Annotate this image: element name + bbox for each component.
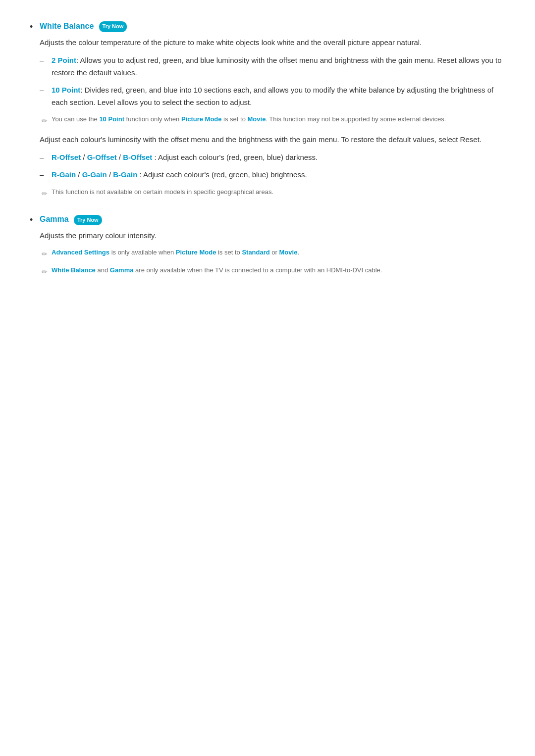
offset-separator-2: / (119, 153, 123, 161)
gamma-section: Gamma Try Now Adjusts the primary colour… (30, 213, 505, 277)
white-balance-note-1: ✏ You can use the 10 Point function only… (40, 114, 505, 126)
movie-link-2: Movie (279, 249, 298, 256)
note-10point: 10 Point (99, 115, 124, 123)
2point-term: 2 Point (52, 56, 76, 64)
white-balance-extra-desc: Adjust each colour's luminosity with the… (40, 134, 505, 146)
gain-separator-1: / (78, 170, 82, 179)
note-text-3: Advanced Settings is only available when… (52, 248, 299, 257)
note-text-2: This function is not available on certai… (52, 187, 273, 197)
picture-mode-link-2: Picture Mode (176, 249, 216, 256)
note-text-4: White Balance and Gamma are only availab… (52, 265, 382, 275)
2point-colon: : Allows you to adjust red, green, and b… (52, 56, 502, 77)
offset-desc: : Adjust each colour's (red, green, blue… (155, 153, 318, 161)
r-offset-term: R-Offset (52, 153, 81, 161)
main-list: White Balance Try Now Adjusts the colour… (30, 20, 505, 278)
b-offset-term: B-Offset (123, 153, 152, 161)
sub-item-gain: R-Gain / G-Gain / B-Gain : Adjust each c… (40, 169, 505, 181)
gamma-link: Gamma (110, 266, 134, 274)
b-gain-term: B-Gain (113, 170, 137, 179)
sub-item-10point: 10 Point: Divides red, green, and blue i… (40, 84, 505, 109)
note-icon-3: ✏ (42, 249, 48, 259)
10point-term: 10 Point (52, 86, 80, 94)
10point-colon: : Divides red, green, and blue into 10 s… (52, 86, 493, 106)
white-balance-note-2: ✏ This function is not available on cert… (40, 187, 505, 199)
gamma-note-2: ✏ White Balance and Gamma are only avail… (40, 265, 505, 277)
note-movie-1: Movie (248, 115, 266, 123)
advanced-settings-link: Advanced Settings (52, 249, 109, 256)
note-icon-2: ✏ (42, 188, 48, 199)
gain-separator-2: / (109, 170, 113, 179)
note-icon-4: ✏ (42, 266, 48, 277)
gamma-title: Gamma (40, 215, 69, 223)
gain-desc: : Adjust each colour's (red, green, blue… (140, 170, 307, 179)
gamma-try-now-badge[interactable]: Try Now (74, 215, 102, 226)
note-text-1: You can use the 10 Point function only w… (52, 114, 446, 124)
gamma-description: Adjusts the primary colour intensity. (40, 230, 505, 242)
gamma-note-1: ✏ Advanced Settings is only available wh… (40, 248, 505, 259)
standard-link: Standard (242, 249, 269, 256)
white-balance-extra-sub-list: R-Offset / G-Offset / B-Offset : Adjust … (40, 151, 505, 181)
white-balance-try-now-badge[interactable]: Try Now (99, 21, 127, 32)
note-icon-1: ✏ (42, 115, 48, 126)
white-balance-link: White Balance (52, 266, 96, 274)
g-gain-term: G-Gain (82, 170, 107, 179)
note-picture-mode-1: Picture Mode (181, 115, 222, 123)
g-offset-term: G-Offset (87, 153, 117, 161)
sub-item-offset: R-Offset / G-Offset / B-Offset : Adjust … (40, 151, 505, 164)
offset-separator-1: / (83, 153, 87, 161)
white-balance-title: White Balance (40, 22, 94, 30)
sub-item-2point: 2 Point: Allows you to adjust red, green… (40, 54, 505, 79)
white-balance-description: Adjusts the colour temperature of the pi… (40, 37, 505, 49)
white-balance-section: White Balance Try Now Adjusts the colour… (30, 20, 505, 199)
white-balance-sub-list: 2 Point: Allows you to adjust red, green… (40, 54, 505, 108)
page-content: White Balance Try Now Adjusts the colour… (30, 20, 505, 278)
r-gain-term: R-Gain (52, 170, 76, 179)
